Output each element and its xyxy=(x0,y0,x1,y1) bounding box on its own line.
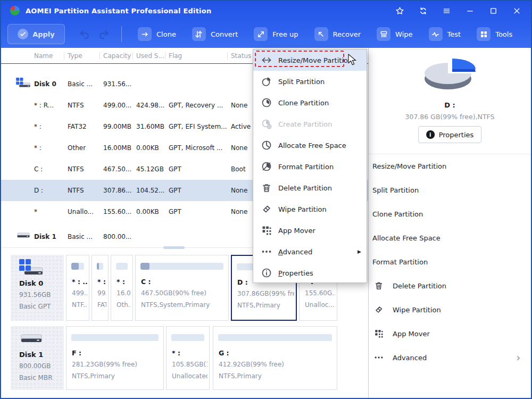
recover-arrow-icon xyxy=(314,27,328,41)
menu-item-resize-move-partition[interactable]: Resize/Move Partition xyxy=(253,49,367,71)
menu-item-clone-partition[interactable]: Clone Partition xyxy=(253,92,367,113)
partition-size: 155.60G... xyxy=(305,289,335,297)
partition-label: * : xyxy=(97,278,106,286)
sidebar-action-delete-partition[interactable]: Delete Partition xyxy=(369,274,531,298)
usage-bar xyxy=(116,263,128,270)
menu-item-label: Properties xyxy=(278,269,313,277)
tools-button[interactable]: Tools xyxy=(477,27,512,41)
menu-item-properties[interactable]: Properties xyxy=(253,262,367,284)
resize-move-icon xyxy=(261,55,272,65)
partition-size: 467.50GB(90% free) xyxy=(141,289,227,297)
toolbar-button-label: Tools xyxy=(495,30,512,38)
sidebar-action-clone-partition[interactable]: Clone Partition xyxy=(369,202,531,226)
menu-item-label: App Mover xyxy=(278,227,315,235)
toolbar: Apply CloneConvertFree upRecoverWipeTest… xyxy=(1,20,531,48)
apply-button[interactable]: Apply xyxy=(7,24,65,44)
partition-card-[interactable]: * :16.0...Oth... xyxy=(111,255,133,321)
sync-icon[interactable] xyxy=(417,5,429,16)
disk-card-disk-1[interactable]: Disk 1800.00GBBasic MBR xyxy=(11,326,64,390)
menu-item-wipe-partition[interactable]: Wipe Partition xyxy=(253,198,367,220)
partition-card-c[interactable]: C :467.50GB(90% free)NTFS,System,Primary xyxy=(135,255,229,321)
menu-item-format-partition[interactable]: Format Partition xyxy=(253,156,367,177)
maximize-icon[interactable] xyxy=(487,5,499,16)
partition-filesystem: NTFS,Primary xyxy=(219,372,335,380)
sidebar-action-split-partition[interactable]: Split Partition xyxy=(369,178,531,202)
test-button[interactable]: Test xyxy=(429,27,461,41)
sidebar-action-wipe-partition[interactable]: Wipe Partition xyxy=(369,298,531,322)
create-partition-icon xyxy=(261,119,272,129)
cell-capacity: 931.56... xyxy=(103,73,131,95)
sidebar-action-label: Clone Partition xyxy=(372,210,423,218)
menu-item-allocate-free-space[interactable]: Allocate Free Space xyxy=(253,135,367,156)
star-icon[interactable] xyxy=(394,5,405,16)
menu-item-app-mover[interactable]: App Mover xyxy=(253,220,367,241)
menu-item-label: Delete Partition xyxy=(278,184,332,192)
wipe-button[interactable]: Wipe xyxy=(377,27,412,41)
undo-button[interactable] xyxy=(78,28,90,40)
recover-button[interactable]: Recover xyxy=(314,27,361,41)
partition-size: 412.92GB(99% free) xyxy=(219,361,335,368)
close-icon[interactable] xyxy=(511,5,522,16)
partition-size: 16.0... xyxy=(117,289,131,297)
cell-flag: GPT, EFI System... xyxy=(169,116,227,137)
minimize-icon[interactable] xyxy=(464,5,476,16)
convert-button[interactable]: Convert xyxy=(192,27,238,41)
column-separator xyxy=(227,52,228,60)
sidebar-action-resize-move-partition[interactable]: Resize/Move Partition xyxy=(369,154,531,178)
clone-partition-icon xyxy=(261,97,272,108)
cell-status: None xyxy=(231,137,247,159)
sidebar-action-format-partition[interactable]: Format Partition xyxy=(369,250,531,274)
cell-capacity: 499.00... xyxy=(103,95,131,116)
cell-status: None xyxy=(231,180,247,201)
properties-button[interactable]: Properties xyxy=(418,126,482,143)
right-sidebar: D : 307.86 GB(99% free),NTFS Properties … xyxy=(368,48,531,398)
partition-card-f[interactable]: F :281.23GB(99% free)NTFS,Primary xyxy=(66,326,164,390)
sidebar-action-app-mover[interactable]: App Mover xyxy=(369,322,531,346)
info-icon xyxy=(426,130,435,139)
sidebar-action-allocate-free-space[interactable]: Allocate Free Space xyxy=(369,226,531,250)
free-up-button[interactable]: Free up xyxy=(254,27,298,41)
clone-button[interactable]: Clone xyxy=(138,27,176,41)
partition-size: 99.... xyxy=(97,289,106,297)
menu-item-delete-partition[interactable]: Delete Partition xyxy=(253,177,367,198)
cell-type: Basic ... xyxy=(68,73,93,95)
horizontal-scrollbar-thumb[interactable] xyxy=(163,246,185,249)
cell-type: Other xyxy=(68,137,86,159)
sidebar-action-label: Advanced xyxy=(393,354,427,362)
toolbar-button-label: Test xyxy=(447,30,461,38)
disk-name: Disk 0 xyxy=(19,279,43,287)
column-header-flag[interactable]: Flag xyxy=(169,48,182,64)
menu-item-label: Allocate Free Space xyxy=(278,142,346,149)
toolbar-buttons: CloneConvertFree upRecoverWipeTestTools xyxy=(122,27,512,41)
column-header-used-s[interactable]: Used S... xyxy=(136,48,164,64)
sidebar-action-label: Split Partition xyxy=(372,186,419,194)
format-partition-icon xyxy=(261,161,272,172)
delete-partition-icon xyxy=(261,182,272,193)
sidebar-action-advanced[interactable]: Advanced xyxy=(369,346,531,370)
partition-card-g[interactable]: G :412.92GB(99% free)NTFS,Primary xyxy=(213,326,337,390)
partition-card-[interactable]: * :105.85GB(10...Unallocated xyxy=(166,326,210,390)
column-header-type[interactable]: Type xyxy=(68,48,82,64)
menu-item-label: Clone Partition xyxy=(278,99,329,107)
partition-label: * : xyxy=(172,349,207,357)
partition-label: * : xyxy=(117,278,131,286)
partition-card-[interactable]: * :99....FAT... xyxy=(92,255,109,321)
clone-arrow-icon xyxy=(138,27,152,41)
cell-flag: GPT, Microsoft ... xyxy=(169,137,222,159)
menu-item-split-partition[interactable]: Split Partition xyxy=(253,71,367,92)
disk-card-disk-0[interactable]: Disk 0931.56GBBasic GPT xyxy=(11,255,64,321)
column-header-status[interactable]: Status xyxy=(231,48,251,64)
partition-label: G : xyxy=(219,349,335,357)
toolbar-button-label: Wipe xyxy=(395,30,412,38)
partition-filesystem: Unallocated xyxy=(172,372,207,380)
cell-used: 45.12GB xyxy=(136,159,164,180)
usage-bar xyxy=(218,334,332,341)
cell-used: 0.00KB xyxy=(136,201,159,222)
column-header-name[interactable]: Name xyxy=(34,48,53,64)
menu-item-advanced[interactable]: Advanced xyxy=(253,241,367,262)
menu-icon[interactable] xyxy=(440,5,452,16)
partition-card-[interactable]: * : ...499...NTF... xyxy=(66,255,89,321)
cell-flag: GPT, Recovery ... xyxy=(169,95,223,116)
column-header-capacity[interactable]: Capacity xyxy=(103,48,131,64)
redo-button[interactable] xyxy=(98,28,111,40)
